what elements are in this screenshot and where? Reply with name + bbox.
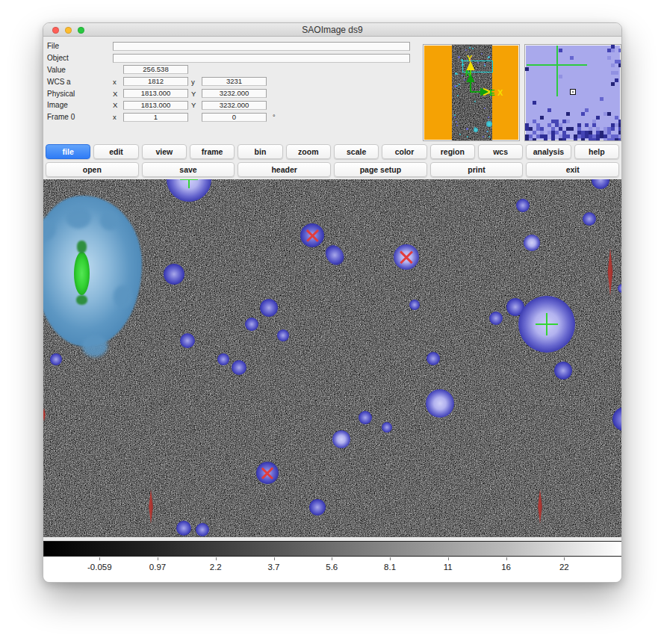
magnifier-pixel — [611, 82, 615, 86]
magnifier-pixel — [618, 64, 621, 67]
magnifier-pixel — [551, 138, 555, 141]
magnifier-pixel — [570, 56, 574, 60]
star — [332, 430, 350, 448]
info-row-physical: PhysicalX1813.000Y3232.000 — [47, 87, 421, 99]
info-row-label: WCS a — [47, 78, 113, 86]
info-rows: FileObjectValue256.538WCS ax1812y3231Phy… — [47, 40, 421, 123]
button-exit[interactable]: exit — [526, 162, 619, 177]
button-header[interactable]: header — [238, 162, 331, 177]
magnifier-pixel — [533, 101, 536, 105]
info-field[interactable]: 1812 — [123, 77, 188, 86]
magnifier-pixel — [596, 116, 600, 120]
menu-button-frame[interactable]: frame — [190, 144, 235, 159]
button-save[interactable]: save — [142, 162, 235, 177]
colorbar-tick-label: 16 — [501, 563, 511, 572]
galaxy-lobe — [82, 335, 108, 357]
magnifier-pixel — [618, 138, 621, 141]
magnifier-pixel — [585, 108, 589, 112]
info-row-image: ImageX1813.000Y3232.000 — [47, 99, 421, 111]
titlebar[interactable]: SAOImage ds9 — [43, 23, 621, 37]
cross-bar-v — [188, 179, 190, 188]
info-field[interactable]: 1 — [123, 113, 188, 122]
zoom-button[interactable] — [78, 27, 84, 34]
star — [322, 241, 347, 268]
menu-button-view[interactable]: view — [142, 144, 187, 159]
colorbar-tick — [99, 557, 100, 560]
menu-button-scale[interactable]: scale — [334, 144, 379, 159]
info-field[interactable]: 1813.000 — [123, 89, 188, 98]
magnifier-pixel — [566, 112, 570, 116]
app-window: SAOImage ds9 FileObjectValue256.538WCS a… — [43, 22, 622, 583]
colorbar-tick-label: 0.97 — [149, 563, 166, 572]
info-row-label: Frame 0 — [47, 113, 113, 121]
star — [554, 362, 572, 380]
star — [426, 389, 454, 418]
star — [592, 179, 609, 189]
menu-button-analysis[interactable]: analysis — [526, 144, 571, 159]
galaxy-green-clump — [76, 295, 87, 305]
button-page-setup[interactable]: page setup — [334, 162, 427, 177]
region-marker-cross — [536, 313, 558, 335]
image-canvas[interactable] — [43, 179, 622, 537]
magnifier-pixel — [562, 138, 566, 141]
image-features — [43, 179, 622, 537]
colorbar-tick-label: 5.6 — [326, 563, 338, 572]
magnifier-pixel — [566, 120, 570, 123]
magnifier-pixel — [544, 138, 547, 141]
close-button[interactable] — [52, 27, 59, 34]
info-field[interactable]: 3232.000 — [202, 101, 267, 110]
magnifier-pixel — [533, 138, 536, 141]
star — [309, 499, 326, 515]
magnifier[interactable] — [524, 44, 621, 141]
menu-button-edit[interactable]: edit — [93, 144, 138, 159]
info-row-label: Image — [47, 101, 113, 109]
button-open[interactable]: open — [46, 162, 139, 177]
colorbar-tick — [274, 557, 275, 560]
menu-button-region[interactable]: region — [430, 144, 475, 159]
magnifier-pixel — [611, 49, 615, 52]
minimize-button[interactable] — [65, 27, 72, 34]
menu-button-file[interactable]: file — [46, 144, 90, 159]
menu-button-bin[interactable]: bin — [238, 144, 282, 159]
info-field[interactable]: 3231 — [202, 77, 267, 86]
magnifier-pixel — [611, 64, 615, 67]
magnifier-cursor-box — [570, 89, 576, 95]
panner-compass-north-label: N — [465, 69, 471, 78]
menu-button-help[interactable]: help — [574, 144, 619, 159]
panner[interactable]: Y N E X — [423, 44, 520, 141]
star — [277, 329, 289, 341]
cross-bar-v — [546, 313, 548, 335]
colorbar-tick-label: 3.7 — [268, 563, 280, 572]
info-field[interactable]: 1813.000 — [123, 101, 188, 110]
axis-label-2: Y — [191, 90, 202, 98]
star — [245, 318, 258, 331]
magnifier-pixel — [615, 78, 618, 82]
magnifier-pixel — [525, 67, 529, 71]
region-marker-x — [398, 249, 415, 265]
info-field[interactable]: 256.538 — [123, 65, 188, 74]
red-spindle-marker — [605, 248, 615, 296]
red-spindle-marker — [146, 489, 155, 524]
axis-label-1: x — [113, 78, 123, 86]
axis-label-1: X — [113, 101, 123, 109]
info-field[interactable] — [113, 42, 410, 51]
star — [50, 353, 62, 365]
colorbar-tick-label: 11 — [444, 563, 453, 572]
magnifier-pixel — [559, 75, 562, 78]
menu-button-zoom[interactable]: zoom — [286, 144, 331, 159]
magnifier-pixel — [547, 108, 551, 112]
colorbar[interactable] — [43, 541, 622, 557]
star — [489, 312, 503, 325]
menu-button-color[interactable]: color — [382, 144, 426, 159]
info-field[interactable] — [113, 54, 410, 63]
star — [426, 352, 440, 365]
menu-button-wcs[interactable]: wcs — [478, 144, 523, 159]
colorbar-labels: -0.0590.972.23.75.68.1111622 — [43, 557, 622, 583]
button-print[interactable]: print — [430, 162, 524, 177]
region-marker-x — [305, 228, 320, 244]
info-field[interactable]: 0 — [202, 113, 267, 122]
info-row-label: File — [47, 42, 113, 50]
magnifier-pixel — [574, 138, 577, 141]
info-field[interactable]: 3232.000 — [202, 89, 267, 98]
region-marker-cross — [180, 179, 198, 188]
